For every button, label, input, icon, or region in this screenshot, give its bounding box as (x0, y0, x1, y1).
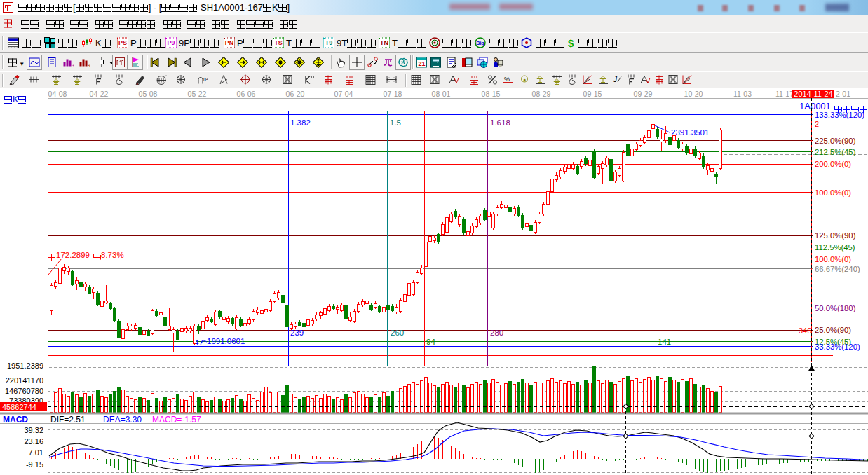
svg-text:3: 3 (72, 63, 74, 68)
svg-text:239: 239 (290, 329, 304, 337)
svg-text:1991.0601: 1991.0601 (207, 337, 245, 345)
svg-text:11-17: 11-17 (775, 90, 794, 98)
svg-text:50.0%(180): 50.0%(180) (815, 304, 856, 312)
svg-text:45862744: 45862744 (2, 403, 36, 411)
svg-text:04-22: 04-22 (90, 90, 109, 98)
svg-text:08-15: 08-15 (482, 90, 501, 98)
svg-text:112.5%(45): 112.5%(45) (815, 243, 855, 252)
svg-text:23.16: 23.16 (24, 437, 43, 446)
svg-text:33.33%(120): 33.33%(120) (815, 343, 860, 351)
svg-text:06-20: 06-20 (286, 90, 305, 98)
svg-text:346: 346 (799, 326, 811, 335)
svg-text:07-18: 07-18 (384, 90, 402, 98)
svg-text:2-01: 2-01 (836, 90, 850, 98)
svg-text:11-03: 11-03 (733, 90, 752, 98)
svg-text:09-29: 09-29 (634, 90, 653, 98)
svg-text:●: ● (523, 77, 526, 82)
svg-text:1.618: 1.618 (490, 118, 510, 127)
svg-text:9: 9 (88, 63, 90, 68)
svg-text:J: J (613, 76, 618, 83)
svg-text:280: 280 (490, 329, 503, 337)
svg-text:100.0%(0): 100.0%(0) (815, 188, 851, 197)
svg-text:1.5: 1.5 (390, 118, 401, 127)
svg-text:39.32: 39.32 (24, 426, 43, 434)
svg-text:200.0%(0): 200.0%(0) (815, 160, 851, 168)
svg-text:-9.15: -9.15 (26, 460, 43, 469)
svg-text:172.2899: 172.2899 (56, 251, 90, 259)
svg-text:n²: n² (203, 76, 208, 81)
svg-text:94: 94 (426, 338, 435, 346)
svg-text:06-06: 06-06 (237, 90, 256, 98)
svg-text:MACD=-1.57: MACD=-1.57 (152, 415, 201, 425)
svg-text:09-15: 09-15 (583, 90, 602, 98)
svg-text:125.0%(90): 125.0%(90) (815, 231, 856, 240)
svg-text:8.73%: 8.73% (101, 251, 124, 259)
svg-text:DEA=3.30: DEA=3.30 (103, 415, 142, 425)
svg-text:1951.2389: 1951.2389 (7, 362, 43, 370)
svg-text:220141170: 220141170 (6, 376, 43, 385)
svg-text:146760780: 146760780 (5, 387, 43, 395)
svg-text:DIF=2.51: DIF=2.51 (50, 415, 86, 425)
svg-text:08-01: 08-01 (432, 90, 451, 98)
svg-text:07-04: 07-04 (334, 90, 353, 98)
svg-text:MACD: MACD (3, 415, 28, 425)
svg-text:04-08: 04-08 (48, 90, 67, 98)
svg-text:2014-11-24: 2014-11-24 (794, 90, 832, 98)
svg-text:%: % (504, 76, 510, 83)
svg-text:100.0%(0): 100.0%(0) (815, 255, 851, 263)
svg-text:05-22: 05-22 (188, 90, 207, 98)
svg-text:212.5%(45): 212.5%(45) (815, 148, 856, 156)
svg-text:Big: Big (476, 41, 484, 46)
svg-text:66.67%(240): 66.67%(240) (815, 265, 860, 273)
svg-text:1.382: 1.382 (290, 118, 311, 127)
svg-text:2391.3501: 2391.3501 (671, 128, 709, 137)
svg-text:25.0%(90): 25.0%(90) (815, 326, 851, 334)
svg-text:7.01: 7.01 (29, 448, 43, 457)
svg-text:225.0%(90): 225.0%(90) (815, 137, 856, 145)
svg-text:141: 141 (658, 338, 671, 346)
svg-text:05-08: 05-08 (139, 90, 158, 98)
svg-text:2: 2 (815, 120, 819, 128)
svg-text:08-29: 08-29 (532, 90, 551, 98)
svg-text:260: 260 (391, 329, 404, 337)
svg-text:1A0001: 1A0001 (799, 101, 831, 111)
svg-text:10-20: 10-20 (684, 90, 703, 98)
